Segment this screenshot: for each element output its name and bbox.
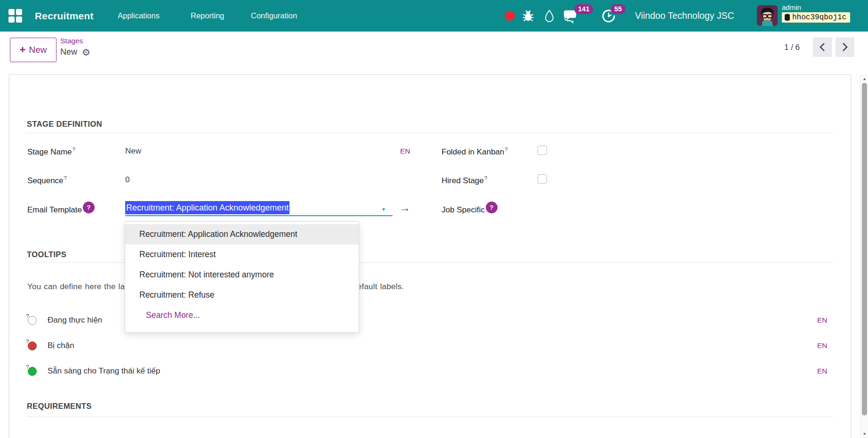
scrollbar-thumb[interactable] <box>862 83 867 415</box>
hired-stage-label: Hired Stage? <box>442 175 487 186</box>
kanban-state-normal-icon[interactable]: ? <box>28 316 37 325</box>
menu-configuration[interactable]: Configuration <box>251 0 297 32</box>
section-requirements: REQUIREMENTS <box>27 402 92 411</box>
stage-name-lang-tag[interactable]: EN <box>400 147 410 155</box>
section-stage-definition: STAGE DEFINITION <box>27 120 102 129</box>
folded-in-kanban-label: Folded in Kanban? <box>442 146 508 157</box>
help-question-mark: ? <box>64 175 67 181</box>
divider <box>27 416 833 417</box>
help-question-mark: ? <box>72 146 75 152</box>
breadcrumb: Stages New ⚙ <box>60 36 90 57</box>
chevron-right-icon <box>842 42 848 52</box>
database-badge: hhoc39qboj1c <box>782 12 850 23</box>
kanban-state-done-label[interactable]: Sẵn sàng cho Trạng thái kế tiếp <box>48 366 160 376</box>
user-avatar[interactable] <box>757 5 778 26</box>
email-template-dropdown: Recruitment: Application Acknowledgement… <box>125 221 359 333</box>
control-panel: + New Stages New ⚙ 1 / 6 <box>0 32 868 74</box>
dropdown-search-more[interactable]: Search More... <box>125 305 359 325</box>
recording-indicator-icon <box>505 11 515 21</box>
app-name[interactable]: Recruitment <box>35 0 94 32</box>
user-menu[interactable]: admin hhoc39qboj1c <box>782 3 850 23</box>
help-question-mark: ? <box>484 175 487 181</box>
sequence-value[interactable]: 0 <box>125 175 129 185</box>
apps-grid-icon[interactable] <box>8 9 23 23</box>
section-tooltips: TOOLTIPS <box>27 250 66 259</box>
kanban-state-blocked-lang-tag[interactable]: EN <box>817 341 828 350</box>
kanban-state-normal-lang-tag[interactable]: EN <box>817 316 828 324</box>
email-template-input[interactable]: Recruitment: Application Acknowledgement… <box>125 201 393 216</box>
gear-icon[interactable]: ⚙ <box>82 48 90 57</box>
app-window: Recruitment Applications Reporting Confi… <box>0 0 868 438</box>
job-specific-label: Job Specific? <box>442 204 498 216</box>
messages-count-badge[interactable]: 141 <box>574 4 593 14</box>
dropdown-option[interactable]: Recruitment: Interest <box>125 244 359 265</box>
sequence-label: Sequence? <box>27 175 67 186</box>
divider <box>27 133 833 133</box>
email-template-label: Email Template? <box>27 204 95 216</box>
bug-icon[interactable] <box>522 0 535 32</box>
folded-in-kanban-checkbox[interactable] <box>538 146 547 155</box>
top-navbar: Recruitment Applications Reporting Confi… <box>0 0 868 32</box>
activities-count-badge[interactable]: 55 <box>611 4 626 14</box>
stage-name-label: Stage Name? <box>27 146 75 157</box>
dropdown-option[interactable]: Recruitment: Not interested anymore <box>125 265 359 285</box>
kanban-state-done-icon[interactable]: ? <box>28 367 37 376</box>
pager-previous-button[interactable] <box>813 37 832 57</box>
new-record-button[interactable]: + New <box>10 38 56 62</box>
dropdown-option[interactable]: Recruitment: Application Acknowledgement <box>125 224 359 244</box>
breadcrumb-stages-link[interactable]: Stages <box>60 36 90 46</box>
help-badge-icon[interactable]: ? <box>486 202 498 213</box>
email-template-selected-text: Recruitment: Application Acknowledgement <box>125 201 289 214</box>
kanban-state-normal-label[interactable]: Đang thực hiện <box>48 316 102 325</box>
pager-count: 1 / 6 <box>784 43 800 52</box>
plus-icon: + <box>20 45 26 55</box>
scrollbar-up-arrow-icon[interactable]: ▲ <box>860 75 868 82</box>
menu-reporting[interactable]: Reporting <box>191 0 225 32</box>
breadcrumb-current: New <box>60 47 77 57</box>
kanban-state-done-lang-tag[interactable]: EN <box>817 367 828 375</box>
droplet-icon[interactable] <box>544 0 555 32</box>
vertical-scrollbar[interactable]: ▲ ▼ <box>860 74 868 438</box>
menu-applications[interactable]: Applications <box>118 0 160 32</box>
help-badge-icon[interactable]: ? <box>83 202 95 213</box>
dropdown-caret-icon[interactable]: ▼ <box>381 207 386 212</box>
company-name[interactable]: Viindoo Technology JSC <box>635 0 734 32</box>
scrollbar-down-arrow-icon[interactable]: ▼ <box>860 430 868 437</box>
database-icon <box>784 14 790 21</box>
dropdown-option[interactable]: Recruitment: Refuse <box>125 285 359 305</box>
chevron-left-icon <box>819 42 826 52</box>
stage-name-value[interactable]: New <box>125 146 141 156</box>
pager-next-button[interactable] <box>836 37 854 57</box>
hired-stage-checkbox[interactable] <box>538 174 547 184</box>
internal-link-arrow-icon[interactable]: → <box>399 202 410 213</box>
user-name: admin <box>782 3 801 11</box>
kanban-state-blocked-label[interactable]: Bị chặn <box>48 341 74 350</box>
help-question-mark: ? <box>505 146 507 152</box>
database-name: hhoc39qboj1c <box>792 13 846 22</box>
kanban-state-blocked-icon[interactable]: ? <box>28 341 37 350</box>
